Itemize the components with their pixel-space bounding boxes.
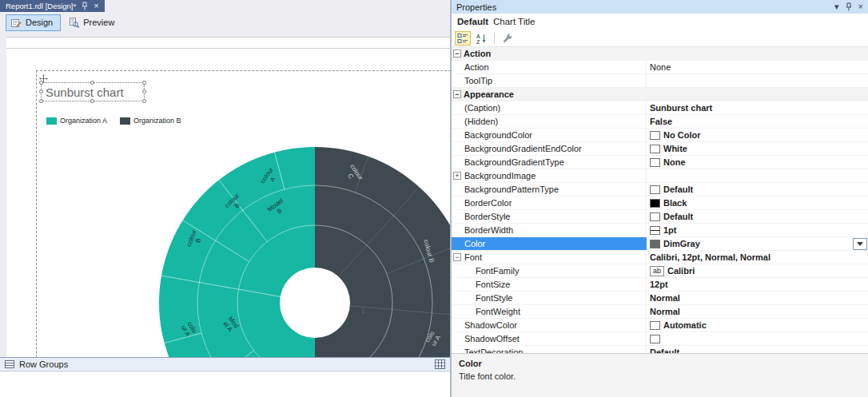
chart-object[interactable]: colourAcolourBModelBcolourBcolour AModel… <box>36 70 450 357</box>
row-groups-title: Row Groups <box>19 359 430 369</box>
alphabetical-sort-icon: AZ <box>476 33 487 44</box>
selection-handle[interactable] <box>142 99 146 103</box>
property-label: FontWeight <box>476 307 520 316</box>
property-row-hidden[interactable]: (Hidden)False <box>452 115 868 129</box>
selection-handle[interactable] <box>90 99 94 103</box>
property-row-backgroundcolor[interactable]: BackgroundColorNo Color <box>452 129 868 142</box>
property-row-backgroundpatterntype[interactable]: BackgroundPatternTypeDefault <box>452 183 868 197</box>
color-swatch <box>650 199 660 208</box>
property-row-caption[interactable]: (Caption)Sunburst chart <box>452 101 868 115</box>
property-row-tooltip[interactable]: ToolTip <box>452 74 868 88</box>
pin-icon[interactable] <box>845 2 853 11</box>
properties-titlebar[interactable]: Properties ▾ × <box>452 0 868 14</box>
object-selector[interactable]: Default Chart Title <box>452 14 868 30</box>
legend-item[interactable]: Organization B <box>120 117 181 125</box>
property-label: BorderColor <box>464 198 512 208</box>
property-label: Action <box>464 62 489 72</box>
collapse-icon[interactable]: − <box>453 253 461 261</box>
tab-design[interactable]: Design <box>6 14 61 31</box>
font-family-icon: ab <box>650 266 664 276</box>
preview-icon <box>69 18 79 28</box>
dropdown-button[interactable] <box>853 238 867 250</box>
legend-swatch <box>46 117 57 125</box>
property-label: BackgroundGradientEndColor <box>464 144 582 153</box>
property-row-backgroundgradienttype[interactable]: BackgroundGradientTypeNone <box>452 156 868 169</box>
document-tab[interactable]: Report1.rdl [Design]* × <box>0 0 105 12</box>
property-value: None <box>650 62 671 72</box>
report-designer: Report1.rdl [Design]* × Design Preview <box>0 0 450 397</box>
close-icon[interactable]: × <box>94 2 98 10</box>
property-row-fontfamily[interactable]: FontFamilyabCalibri <box>452 264 868 278</box>
border-width-swatch <box>650 226 660 235</box>
property-row-fontweight[interactable]: FontWeightNormal <box>452 305 868 319</box>
property-row-font[interactable]: −FontCalibri, 12pt, Normal, Normal <box>452 251 868 264</box>
chart-title-selection[interactable]: Sunburst chart <box>41 82 145 101</box>
grid-icon[interactable] <box>435 359 445 369</box>
alphabetical-sort-button[interactable]: AZ <box>473 31 489 46</box>
selection-handle[interactable] <box>90 81 94 85</box>
property-row-fontsize[interactable]: FontSize12pt <box>452 278 868 292</box>
legend-swatch <box>120 117 130 125</box>
color-swatch <box>650 158 660 167</box>
property-label: ToolTip <box>464 76 492 85</box>
row-groups-body[interactable] <box>0 372 450 397</box>
property-pages-button[interactable] <box>500 31 516 46</box>
horizontal-ruler <box>6 37 450 49</box>
property-value: Sunburst chart <box>650 103 712 113</box>
property-help-pane: Color Title font color. <box>452 353 868 397</box>
svg-text:A: A <box>476 33 480 38</box>
property-value: None <box>663 157 686 167</box>
design-surface[interactable]: colourAcolourBModelBcolourBcolour AModel… <box>6 49 450 357</box>
property-row-shadowoffset[interactable]: ShadowOffset <box>452 332 868 346</box>
property-row-action[interactable]: ActionNone <box>452 61 868 74</box>
collapse-icon[interactable]: − <box>453 50 461 58</box>
property-row-shadowcolor[interactable]: ShadowColorAutomatic <box>452 319 868 332</box>
pin-icon[interactable] <box>81 2 89 10</box>
property-category-appearance[interactable]: −Appearance <box>452 88 868 101</box>
close-icon[interactable]: × <box>858 2 863 11</box>
categorized-icon <box>457 33 468 44</box>
property-value: DimGray <box>663 239 700 248</box>
property-value: White <box>663 144 687 153</box>
categorized-button[interactable] <box>455 31 471 46</box>
expand-icon[interactable]: + <box>453 172 461 180</box>
property-row-backgroundgradientendcolor[interactable]: BackgroundGradientEndColorWhite <box>452 142 868 156</box>
legend-label: Organization A <box>60 117 107 125</box>
property-label: BackgroundPatternType <box>464 185 559 194</box>
selection-handle[interactable] <box>39 81 43 85</box>
property-value: 12pt <box>650 280 668 289</box>
property-row-backgroundimage[interactable]: +BackgroundImage <box>452 169 868 183</box>
sunburst-chart[interactable]: colourAcolourBModelBcolourBcolour AModel… <box>37 71 450 357</box>
collapse-icon[interactable]: − <box>453 90 461 98</box>
property-value: Default <box>650 347 679 353</box>
chart-legend[interactable]: Organization A Organization B <box>46 117 181 125</box>
application-window: Report1.rdl [Design]* × Design Preview <box>0 0 868 397</box>
property-grid[interactable]: −ActionActionNoneToolTip−Appearance(Capt… <box>452 47 868 353</box>
property-label: FontSize <box>476 280 510 289</box>
legend-item[interactable]: Organization A <box>46 117 107 125</box>
chevron-down-icon[interactable]: ▾ <box>834 2 839 11</box>
property-value: Calibri <box>667 266 695 276</box>
legend-label: Organization B <box>133 117 181 125</box>
selection-handle[interactable] <box>39 99 43 103</box>
color-swatch <box>650 145 660 153</box>
property-row-borderstyle[interactable]: BorderStyleDefault <box>452 210 868 224</box>
property-row-fontstyle[interactable]: FontStyleNormal <box>452 292 868 305</box>
property-value: False <box>650 117 672 126</box>
property-row-textdecoration[interactable]: TextDecorationDefault <box>452 346 868 353</box>
property-label: TextDecoration <box>464 347 523 353</box>
property-row-color[interactable]: ColorDimGray <box>452 237 868 251</box>
tab-preview-label: Preview <box>83 18 114 27</box>
property-category-action[interactable]: −Action <box>452 47 868 61</box>
help-property-name: Color <box>459 359 861 368</box>
property-row-bordercolor[interactable]: BorderColorBlack <box>452 197 868 210</box>
selection-handle[interactable] <box>142 89 146 93</box>
chart-title: Sunburst chart <box>46 85 124 99</box>
selection-handle[interactable] <box>39 89 43 93</box>
tab-preview[interactable]: Preview <box>63 14 122 31</box>
property-row-borderwidth[interactable]: BorderWidth1pt <box>452 224 868 237</box>
property-value: Default <box>663 212 693 221</box>
selection-handle[interactable] <box>142 81 146 85</box>
property-label: BorderStyle <box>464 212 510 221</box>
row-groups-panel-header[interactable]: Row Groups <box>0 357 450 371</box>
